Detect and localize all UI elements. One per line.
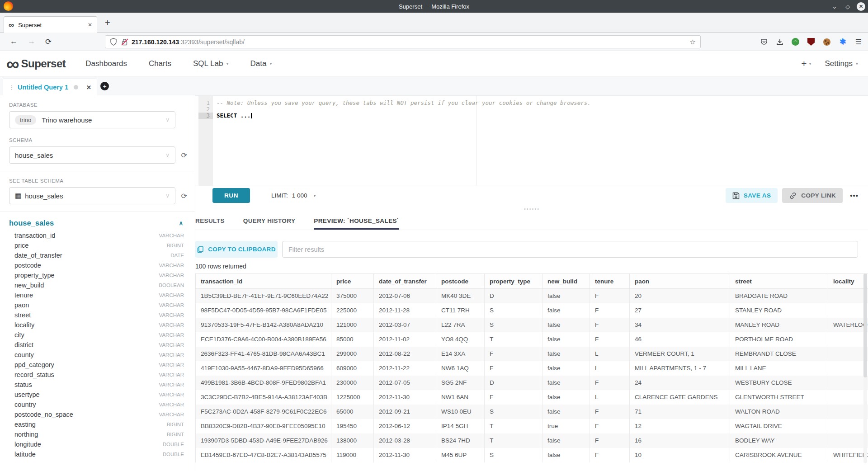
table-row[interactable]: 499B1981-3B6B-4BCD-808F-9FED9802BFA12300… [196,376,868,390]
superset-logo[interactable]: ∞ Superset [6,57,66,71]
refresh-schemas-icon[interactable]: ⟳ [181,151,187,160]
add-query-tab-button[interactable]: + [100,82,109,90]
editor-code[interactable]: -- Note: Unless you save your query, the… [213,96,868,186]
schema-column-tenure[interactable]: tenureVARCHAR [9,290,186,300]
column-name: paon [14,301,29,309]
table-row[interactable]: 3C3C29DC-B7B2-4BE5-914A-A38123AF403B1225… [196,390,868,405]
insecure-lock-icon[interactable] [121,38,128,46]
mask-extension-icon[interactable]: ◠ [792,38,799,46]
table-row[interactable]: BB8320C9-D82B-4B37-90E0-9FEE05095E101954… [196,419,868,433]
schema-column-new_build[interactable]: new_buildBOOLEAN [9,280,186,290]
schema-column-property_type[interactable]: property_typeVARCHAR [9,270,186,280]
schema-column-paon[interactable]: paonVARCHAR [9,300,186,310]
column-header-property_type[interactable]: property_type [485,274,542,289]
window-maximize-icon[interactable]: ◇ [844,3,852,10]
schema-column-postcode_no_space[interactable]: postcode_no_spaceVARCHAR [9,410,186,419]
reload-icon[interactable]: ⟳ [45,37,52,47]
drag-handle-icon[interactable]: ⋮ [9,84,14,91]
copy-to-clipboard-button[interactable]: COPY TO CLIPBOARD [195,241,278,258]
schema-column-district[interactable]: districtVARCHAR [9,340,186,350]
table-row[interactable]: 98F5DC47-0D05-4D59-95B7-98CA6F1FDE052250… [196,303,868,318]
sql-editor[interactable]: 1 2 3 -- Note: Unless you save your quer… [195,95,868,185]
table-row[interactable]: F5C273AC-0D2A-458F-8279-9C61F0C22EC66500… [196,405,868,419]
caret-down-icon: ▾ [314,193,316,198]
window-minimize-icon[interactable]: ⌄ [830,3,839,10]
schema-column-county[interactable]: countyVARCHAR [9,350,186,360]
column-header-locality[interactable]: locality [828,274,868,289]
chevron-up-icon[interactable]: ∧ [179,220,183,226]
back-icon[interactable]: ← [10,37,18,46]
tab-close-icon[interactable]: ✕ [88,22,92,28]
settings-menu[interactable]: Settings▾ [825,59,858,68]
schema-column-country[interactable]: countryVARCHAR [9,400,186,410]
results-tab-1[interactable]: QUERY HISTORY [243,214,295,230]
schema-column-date_of_transfer[interactable]: date_of_transferDATE [9,250,186,260]
column-header-street[interactable]: street [730,274,828,289]
more-options-icon[interactable]: ••• [850,192,859,199]
copy-link-button[interactable]: COPY LINK [782,188,843,203]
pocket-icon[interactable] [760,38,768,46]
nav-item-data[interactable]: Data▾ [250,59,272,68]
table-row[interactable]: 91370533-19F5-47FE-B142-A380A8ADA2101210… [196,318,868,332]
results-scrollbar[interactable] [863,273,867,463]
window-close-icon[interactable]: ✕ [857,2,865,11]
cookie-extension-icon[interactable] [823,38,831,46]
results-tab-0[interactable]: RESULTS [195,214,225,230]
nav-item-charts[interactable]: Charts [149,59,171,68]
multi-account-container-icon[interactable]: ✱ [839,38,847,46]
url-bar[interactable]: 217.160.120.143:32393/superset/sqllab/ ☆ [105,35,701,48]
save-as-button[interactable]: SAVE AS [726,188,778,203]
column-header-postcode[interactable]: postcode [436,274,485,289]
column-header-price[interactable]: price [331,274,374,289]
query-tab-close-icon[interactable]: ✕ [86,84,91,91]
tracking-protection-shield-icon[interactable] [110,38,117,46]
new-tab-button[interactable]: + [105,18,110,27]
table-row[interactable]: 1B5C39ED-BE7F-41EF-9E71-9C60EED74A223750… [196,289,868,303]
schema-column-northing[interactable]: northingBIGINT [9,429,186,439]
forward-icon[interactable]: → [28,37,35,46]
table-schema-header[interactable]: house_sales ∧ [9,219,186,227]
column-header-paon[interactable]: paon [630,274,730,289]
column-header-tenure[interactable]: tenure [590,274,630,289]
table-cell: BRADGATE ROAD [730,289,828,303]
schema-column-city[interactable]: cityVARCHAR [9,330,186,340]
schema-column-record_status[interactable]: record_statusVARCHAR [9,370,186,380]
browser-tab[interactable]: ∞ Superset ✕ [4,16,97,33]
schema-column-easting[interactable]: eastingBIGINT [9,419,186,429]
limit-dropdown[interactable]: LIMIT: 1 000 ▾ [271,192,316,199]
schema-column-transaction_id[interactable]: transaction_idVARCHAR [9,231,186,240]
schema-column-latitude[interactable]: latitudeDOUBLE [9,449,186,459]
column-header-new_build[interactable]: new_build [542,274,590,289]
schema-column-usertype[interactable]: usertypeVARCHAR [9,390,186,400]
table-row[interactable]: 2636F323-FF41-4765-81DB-98CAA6A43BC12990… [196,347,868,361]
column-header-transaction_id[interactable]: transaction_id [196,274,331,289]
table-row[interactable]: 419E1030-9A55-4467-8DA9-9FED95D659666090… [196,361,868,376]
refresh-tables-icon[interactable]: ⟳ [181,192,187,200]
schema-column-ppd_category[interactable]: ppd_categoryVARCHAR [9,360,186,370]
schema-column-locality[interactable]: localityVARCHAR [9,320,186,330]
resize-grip-icon[interactable]: •••••• [195,207,868,211]
nav-item-sql-lab[interactable]: SQL Lab▾ [193,59,229,68]
table-select[interactable]: ▦ house_sales ∨ [9,187,175,204]
column-header-date_of_transfer[interactable]: date_of_transfer [374,274,436,289]
menu-hamburger-icon[interactable]: ☰ [854,38,863,46]
schema-select[interactable]: house_sales ∨ [9,146,175,164]
downloads-icon[interactable] [776,38,784,46]
table-row[interactable]: 193907D3-5DBD-453D-A49E-9FEE27DAB9261380… [196,433,868,448]
table-row[interactable]: EB1459EB-67ED-47C8-B2E7-A38143AB55751190… [196,448,868,462]
schema-column-postcode[interactable]: postcodeVARCHAR [9,260,186,270]
filter-results-input[interactable] [282,241,858,258]
bookmark-star-icon[interactable]: ☆ [690,38,696,46]
results-tab-2[interactable]: PREVIEW: `HOUSE_SALES` [314,214,399,230]
schema-column-price[interactable]: priceBIGINT [9,240,186,250]
ublock-origin-icon[interactable] [807,38,815,46]
database-select[interactable]: trino Trino warehouse ∨ [9,111,175,128]
nav-item-dashboards[interactable]: Dashboards [85,59,127,68]
schema-column-longitude[interactable]: longitudeDOUBLE [9,439,186,449]
add-new-button[interactable]: +▾ [801,58,811,69]
run-button[interactable]: RUN [212,188,250,203]
schema-column-street[interactable]: streetVARCHAR [9,310,186,320]
table-row[interactable]: ECE1D376-C9A6-4C00-B004-A380B189FA568500… [196,332,868,347]
query-tab-untitled-query-1[interactable]: ⋮ Untitled Query 1 ✕ [3,79,97,95]
schema-column-status[interactable]: statusVARCHAR [9,380,186,390]
